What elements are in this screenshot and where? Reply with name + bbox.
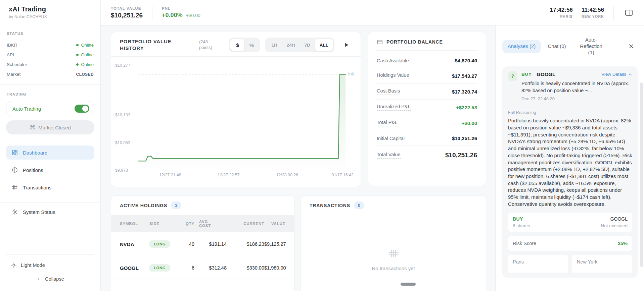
- sidebar-item-system-status[interactable]: System Status: [6, 205, 94, 219]
- order-action: BUY: [513, 216, 523, 222]
- status-section: STATUS IBKR Online API Online Scheduler …: [0, 24, 100, 82]
- col-symbol: SYMBOL: [120, 222, 149, 226]
- auto-trading-label: Auto Trading: [12, 106, 41, 112]
- table-icon: [11, 184, 18, 191]
- holding-value: $1,980.00: [264, 265, 286, 271]
- holding-symbol: GOOGL: [120, 265, 149, 271]
- market-closed-button[interactable]: ⌘ Market Closed: [6, 120, 94, 134]
- horizontal-scrollbar-thumb[interactable]: [401, 283, 416, 286]
- panel-toggle-button[interactable]: [623, 7, 635, 18]
- status-row-ibkr: IBKR Online: [6, 40, 94, 50]
- range-7d-button[interactable]: 7D: [300, 39, 315, 51]
- status-row-market: Market CLOSED: [6, 69, 94, 79]
- app-window: xAI Trading by Nolan CACHEUX STATUS IBKR…: [0, 0, 644, 291]
- balance-value: $17,543.27: [452, 73, 477, 79]
- chart-points-note: (248 points): [199, 39, 219, 51]
- order-symbol: GOOGL: [610, 216, 628, 222]
- view-details-link[interactable]: View Details: [601, 72, 632, 77]
- status-label: Scheduler: [7, 62, 27, 67]
- holdings-row-googl[interactable]: GOOGL LONG 6 $312.48 $330.00 $1,980.00: [111, 256, 294, 280]
- divider: [508, 106, 632, 106]
- holding-avg-cost: $312.48: [194, 265, 227, 271]
- pnl-percent: +0.00%: [162, 12, 183, 19]
- pnl-amount: +$0.00: [186, 13, 200, 18]
- balance-row-cash-available: Cash Available -$4,870.40: [376, 53, 478, 68]
- nav-label: System Status: [23, 209, 55, 215]
- svg-text:$10,277: $10,277: [115, 63, 130, 68]
- order-status: Not executed: [601, 223, 628, 228]
- collapse-button[interactable]: Collapse: [6, 272, 94, 286]
- holding-current: $330.00: [227, 265, 264, 271]
- status-heading: STATUS: [7, 32, 94, 36]
- portfolio-balance-title: PORTFOLIO BALANCE: [386, 39, 443, 45]
- online-dot-icon: [76, 54, 79, 56]
- tab-chat[interactable]: Chat (0): [542, 40, 571, 53]
- analysis-panel: Analyses (2) Chat (0) Auto-Reflection (1…: [495, 25, 644, 291]
- range-1h-button[interactable]: 1H: [267, 39, 282, 51]
- transactions-count-badge: 0: [354, 201, 364, 209]
- panel-scrollbar-thumb[interactable]: [640, 82, 643, 267]
- analysis-timestamp: Dec 27 22:48:20: [521, 96, 632, 101]
- trading-section: TRADING Auto Trading ⌘ Market Closed: [0, 85, 100, 138]
- tab-auto-reflection[interactable]: Auto-Reflection (1): [573, 34, 610, 59]
- active-holdings-title: ACTIVE HOLDINGS: [120, 203, 167, 208]
- status-value: Online: [81, 43, 94, 48]
- pnl-label: PNL: [162, 6, 200, 10]
- auto-trading-toggle[interactable]: [75, 105, 89, 113]
- play-icon: [344, 42, 349, 48]
- col-qty: QTY: [177, 222, 194, 226]
- total-value: $10,251.26: [111, 12, 143, 19]
- holding-qty: 6: [177, 265, 194, 271]
- close-panel-button[interactable]: [627, 42, 636, 51]
- balance-label: Total P&L: [377, 120, 398, 126]
- clock-city: NEW YORK: [582, 14, 604, 18]
- active-holdings-card: ACTIVE HOLDINGS 3 SYMBOL SIDE QTY AVG CO…: [111, 195, 294, 291]
- holdings-row-nvda[interactable]: NVDA LONG 49 $191.14 $186.23 $9,125.27: [111, 232, 294, 256]
- balance-label: Cost Basis: [377, 88, 400, 95]
- sidebar: xAI Trading by Nolan CACHEUX STATUS IBKR…: [0, 0, 101, 291]
- transactions-title: TRANSACTIONS: [310, 203, 350, 208]
- question-icon: ?: [508, 71, 517, 81]
- range-24h-button[interactable]: 24H: [282, 39, 300, 51]
- unit-dollar-button[interactable]: $: [230, 39, 244, 51]
- unit-percent-button[interactable]: %: [244, 39, 259, 51]
- risk-score-label: Risk Score: [513, 241, 536, 246]
- unit-toggle: $ %: [229, 38, 260, 52]
- sidebar-item-positions[interactable]: Positions: [6, 163, 94, 177]
- full-reasoning-label: Full Reasoning: [508, 110, 632, 115]
- dashboard-grid-icon: [11, 149, 18, 156]
- balance-value: -$4,870.40: [453, 58, 477, 63]
- top-header: TOTAL VALUE $10,251.26 PNL +0.00% +$0.00…: [101, 0, 644, 25]
- command-icon: ⌘: [30, 124, 35, 131]
- nav-label: Dashboard: [23, 150, 47, 156]
- risk-score-box: Risk Score 25%: [508, 236, 632, 251]
- activity-sun-icon: [11, 209, 18, 215]
- close-icon: [629, 44, 634, 49]
- analysis-card: ? BUY GOOGL View Details Portfolio is he: [502, 66, 638, 278]
- city-box-new-york[interactable]: New York: [572, 255, 632, 273]
- tab-analyses[interactable]: Analyses (2): [502, 40, 541, 53]
- sidebar-item-transactions[interactable]: Transactions: [6, 180, 94, 194]
- divider: [6, 254, 94, 255]
- system-status-section: System Status: [0, 203, 100, 224]
- wallet-icon: [377, 39, 383, 45]
- divider: [152, 6, 152, 20]
- order-qty: 6 shares: [513, 223, 530, 228]
- chart-plot-area: $10,277$10,133$10,053$9,973Init12/27 21:…: [111, 57, 361, 187]
- svg-text:12/27 22:57: 12/27 22:57: [218, 173, 240, 177]
- app-title: xAI Trading: [9, 5, 94, 13]
- balance-label: Initial Capital: [377, 136, 405, 141]
- range-all-button[interactable]: ALL: [315, 39, 333, 51]
- city-box-paris[interactable]: Paris: [508, 255, 568, 273]
- analysis-symbol: GOOGL: [537, 71, 555, 77]
- online-dot-icon: [76, 63, 79, 66]
- world-clocks: 17:42:56 PARIS 11:42:56 NEW YORK: [550, 6, 635, 20]
- light-mode-button[interactable]: Light Mode: [6, 258, 94, 272]
- play-button[interactable]: [342, 41, 351, 49]
- empty-table-icon: [386, 247, 401, 260]
- sidebar-item-dashboard[interactable]: Dashboard: [6, 146, 94, 160]
- online-dot-icon: [76, 44, 79, 46]
- range-toggle: 1H 24H 7D ALL: [265, 38, 334, 52]
- status-label: Market: [7, 72, 20, 77]
- chart-header: PORTFOLIO VALUE HISTORY (248 points) $ %…: [111, 32, 361, 57]
